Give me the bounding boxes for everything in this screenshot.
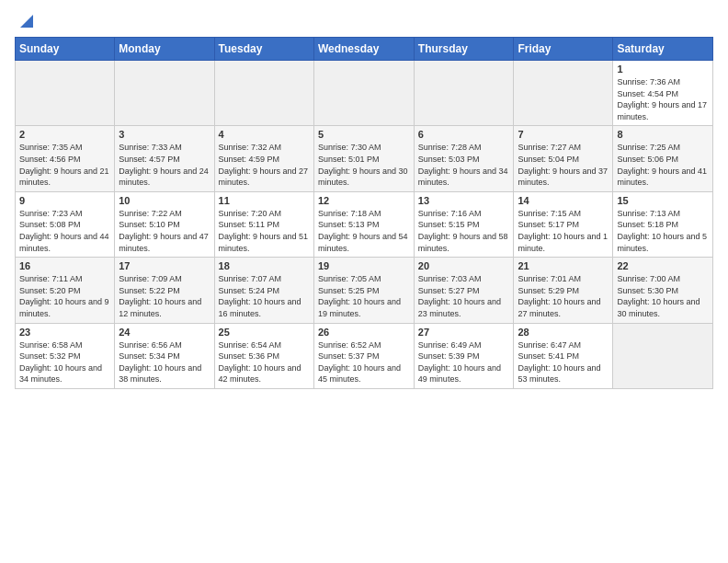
day-number: 2 xyxy=(19,129,110,140)
day-number: 11 xyxy=(219,195,310,206)
calendar-day-cell: 7Sunrise: 7:27 AM Sunset: 5:04 PM Daylig… xyxy=(514,126,613,191)
day-number: 24 xyxy=(119,327,210,338)
calendar-day-cell: 19Sunrise: 7:05 AM Sunset: 5:25 PM Dayli… xyxy=(313,258,414,323)
day-number: 8 xyxy=(617,129,709,140)
day-info: Sunrise: 7:07 AM Sunset: 5:24 PM Dayligh… xyxy=(219,273,310,319)
calendar-day-cell: 26Sunrise: 6:52 AM Sunset: 5:37 PM Dayli… xyxy=(313,323,414,388)
day-info: Sunrise: 7:36 AM Sunset: 4:54 PM Dayligh… xyxy=(617,76,709,122)
calendar-day-cell: 14Sunrise: 7:15 AM Sunset: 5:17 PM Dayli… xyxy=(514,191,613,257)
day-info: Sunrise: 7:35 AM Sunset: 4:56 PM Dayligh… xyxy=(19,142,110,188)
calendar-day-cell: 10Sunrise: 7:22 AM Sunset: 5:10 PM Dayli… xyxy=(115,191,214,257)
day-number: 5 xyxy=(318,129,410,140)
day-number: 18 xyxy=(219,260,310,271)
day-info: Sunrise: 7:22 AM Sunset: 5:10 PM Dayligh… xyxy=(119,208,210,254)
day-of-week-header: Saturday xyxy=(613,38,713,61)
calendar-day-cell: 20Sunrise: 7:03 AM Sunset: 5:27 PM Dayli… xyxy=(414,258,514,323)
day-number: 26 xyxy=(318,327,410,338)
day-info: Sunrise: 7:23 AM Sunset: 5:08 PM Dayligh… xyxy=(19,208,110,254)
day-number: 19 xyxy=(318,260,410,271)
day-info: Sunrise: 7:25 AM Sunset: 5:06 PM Dayligh… xyxy=(617,142,709,188)
logo-icon xyxy=(17,13,33,29)
day-number: 27 xyxy=(418,327,510,338)
calendar-week-row: 9Sunrise: 7:23 AM Sunset: 5:08 PM Daylig… xyxy=(16,191,713,257)
day-info: Sunrise: 7:03 AM Sunset: 5:27 PM Dayligh… xyxy=(418,273,510,319)
day-info: Sunrise: 6:47 AM Sunset: 5:41 PM Dayligh… xyxy=(518,339,609,385)
day-number: 28 xyxy=(518,327,609,338)
day-of-week-header: Friday xyxy=(514,38,613,61)
day-number: 1 xyxy=(617,63,709,75)
calendar-day-cell: 5Sunrise: 7:30 AM Sunset: 5:01 PM Daylig… xyxy=(313,126,414,191)
day-info: Sunrise: 7:15 AM Sunset: 5:17 PM Dayligh… xyxy=(518,208,609,254)
day-number: 3 xyxy=(119,129,210,140)
logo xyxy=(15,15,33,29)
calendar-week-row: 23Sunrise: 6:58 AM Sunset: 5:32 PM Dayli… xyxy=(16,323,713,388)
day-number: 6 xyxy=(418,129,510,140)
calendar-day-cell: 23Sunrise: 6:58 AM Sunset: 5:32 PM Dayli… xyxy=(16,323,115,388)
day-info: Sunrise: 7:16 AM Sunset: 5:15 PM Dayligh… xyxy=(418,208,510,254)
calendar-week-row: 16Sunrise: 7:11 AM Sunset: 5:20 PM Dayli… xyxy=(16,258,713,323)
day-info: Sunrise: 7:28 AM Sunset: 5:03 PM Dayligh… xyxy=(418,142,510,188)
day-number: 23 xyxy=(19,327,110,338)
calendar-day-cell xyxy=(414,61,514,126)
day-info: Sunrise: 7:33 AM Sunset: 4:57 PM Dayligh… xyxy=(119,142,210,188)
day-number: 9 xyxy=(19,195,110,206)
day-number: 16 xyxy=(19,260,110,271)
calendar-day-cell: 25Sunrise: 6:54 AM Sunset: 5:36 PM Dayli… xyxy=(214,323,313,388)
calendar-day-cell: 24Sunrise: 6:56 AM Sunset: 5:34 PM Dayli… xyxy=(115,323,214,388)
calendar-day-cell: 21Sunrise: 7:01 AM Sunset: 5:29 PM Dayli… xyxy=(514,258,613,323)
day-number: 21 xyxy=(518,260,609,271)
day-of-week-header: Monday xyxy=(115,38,214,61)
page-header xyxy=(15,15,713,29)
calendar-day-cell: 22Sunrise: 7:00 AM Sunset: 5:30 PM Dayli… xyxy=(613,258,713,323)
day-info: Sunrise: 6:58 AM Sunset: 5:32 PM Dayligh… xyxy=(19,339,110,385)
day-number: 14 xyxy=(518,195,609,206)
day-number: 13 xyxy=(418,195,510,206)
calendar-day-cell: 4Sunrise: 7:32 AM Sunset: 4:59 PM Daylig… xyxy=(214,126,313,191)
day-number: 15 xyxy=(617,195,709,206)
calendar-week-row: 1Sunrise: 7:36 AM Sunset: 4:54 PM Daylig… xyxy=(16,61,713,126)
calendar-day-cell: 16Sunrise: 7:11 AM Sunset: 5:20 PM Dayli… xyxy=(16,258,115,323)
day-of-week-header: Sunday xyxy=(16,38,115,61)
day-of-week-header: Wednesday xyxy=(313,38,414,61)
day-number: 22 xyxy=(617,260,709,271)
calendar-day-cell: 28Sunrise: 6:47 AM Sunset: 5:41 PM Dayli… xyxy=(514,323,613,388)
calendar-day-cell: 12Sunrise: 7:18 AM Sunset: 5:13 PM Dayli… xyxy=(313,191,414,257)
day-info: Sunrise: 7:01 AM Sunset: 5:29 PM Dayligh… xyxy=(518,273,609,319)
calendar-day-cell: 2Sunrise: 7:35 AM Sunset: 4:56 PM Daylig… xyxy=(16,126,115,191)
day-info: Sunrise: 7:09 AM Sunset: 5:22 PM Dayligh… xyxy=(119,273,210,319)
day-info: Sunrise: 7:13 AM Sunset: 5:18 PM Dayligh… xyxy=(617,208,709,254)
calendar-day-cell: 8Sunrise: 7:25 AM Sunset: 5:06 PM Daylig… xyxy=(613,126,713,191)
day-info: Sunrise: 7:11 AM Sunset: 5:20 PM Dayligh… xyxy=(19,273,110,319)
day-info: Sunrise: 6:56 AM Sunset: 5:34 PM Dayligh… xyxy=(119,339,210,385)
day-info: Sunrise: 7:00 AM Sunset: 5:30 PM Dayligh… xyxy=(617,273,709,319)
calendar-day-cell: 3Sunrise: 7:33 AM Sunset: 4:57 PM Daylig… xyxy=(115,126,214,191)
calendar-day-cell: 15Sunrise: 7:13 AM Sunset: 5:18 PM Dayli… xyxy=(613,191,713,257)
calendar-day-cell: 9Sunrise: 7:23 AM Sunset: 5:08 PM Daylig… xyxy=(16,191,115,257)
day-info: Sunrise: 6:49 AM Sunset: 5:39 PM Dayligh… xyxy=(418,339,510,385)
svg-marker-0 xyxy=(20,15,33,28)
day-info: Sunrise: 7:32 AM Sunset: 4:59 PM Dayligh… xyxy=(219,142,310,188)
calendar-day-cell xyxy=(313,61,414,126)
day-number: 17 xyxy=(119,260,210,271)
day-number: 20 xyxy=(418,260,510,271)
calendar-day-cell xyxy=(514,61,613,126)
day-info: Sunrise: 7:18 AM Sunset: 5:13 PM Dayligh… xyxy=(318,208,410,254)
calendar-day-cell: 6Sunrise: 7:28 AM Sunset: 5:03 PM Daylig… xyxy=(414,126,514,191)
calendar-day-cell xyxy=(115,61,214,126)
day-number: 7 xyxy=(518,129,609,140)
day-info: Sunrise: 6:54 AM Sunset: 5:36 PM Dayligh… xyxy=(219,339,310,385)
day-info: Sunrise: 7:20 AM Sunset: 5:11 PM Dayligh… xyxy=(219,208,310,254)
calendar-week-row: 2Sunrise: 7:35 AM Sunset: 4:56 PM Daylig… xyxy=(16,126,713,191)
calendar-day-cell: 1Sunrise: 7:36 AM Sunset: 4:54 PM Daylig… xyxy=(613,61,713,126)
calendar-day-cell: 18Sunrise: 7:07 AM Sunset: 5:24 PM Dayli… xyxy=(214,258,313,323)
day-of-week-header: Thursday xyxy=(414,38,514,61)
calendar-day-cell: 11Sunrise: 7:20 AM Sunset: 5:11 PM Dayli… xyxy=(214,191,313,257)
calendar-day-cell xyxy=(613,323,713,388)
day-info: Sunrise: 7:30 AM Sunset: 5:01 PM Dayligh… xyxy=(318,142,410,188)
calendar-day-cell: 13Sunrise: 7:16 AM Sunset: 5:15 PM Dayli… xyxy=(414,191,514,257)
day-info: Sunrise: 7:05 AM Sunset: 5:25 PM Dayligh… xyxy=(318,273,410,319)
day-number: 10 xyxy=(119,195,210,206)
calendar-day-cell xyxy=(16,61,115,126)
day-number: 12 xyxy=(318,195,410,206)
calendar-day-cell: 17Sunrise: 7:09 AM Sunset: 5:22 PM Dayli… xyxy=(115,258,214,323)
